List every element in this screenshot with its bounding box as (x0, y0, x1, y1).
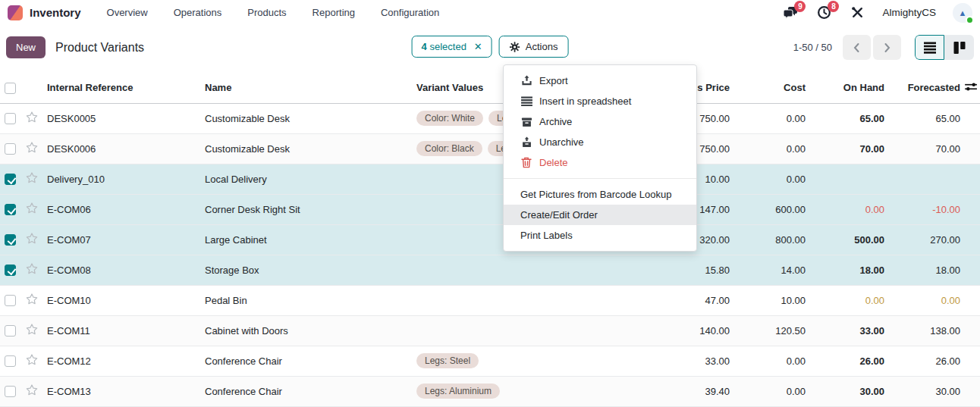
menu-configuration[interactable]: Configuration (381, 0, 439, 25)
row-forecasted[interactable]: 65.00 (935, 113, 960, 124)
row-on-hand[interactable]: 0.00 (865, 295, 884, 306)
row-checkbox[interactable] (5, 295, 16, 306)
row-on-hand[interactable]: 70.00 (859, 143, 884, 155)
list-view-button[interactable] (915, 35, 944, 60)
menu-products[interactable]: Products (247, 0, 286, 25)
row-forecasted[interactable]: 70.00 (935, 143, 960, 155)
view-switcher (915, 35, 974, 60)
menu-item-label: Get Pictures from Barcode Lookup (520, 189, 671, 200)
main-menu: Overview Operations Products Reporting C… (107, 0, 440, 25)
menu-item-export[interactable]: Export (504, 70, 696, 91)
row-checkbox[interactable] (5, 355, 16, 367)
avatar[interactable]: ▲ (953, 3, 972, 23)
row-forecasted[interactable]: 18.00 (935, 265, 960, 276)
favorite-star-icon[interactable] (26, 293, 38, 305)
column-header-forecasted[interactable]: Forecasted (889, 73, 965, 103)
control-panel: New Product Variants 4 selected ✕ (0, 25, 980, 64)
menu-overview[interactable]: Overview (107, 0, 148, 25)
row-checkbox[interactable] (5, 386, 16, 397)
table-row[interactable]: E-COM07 Large Cabinet 320.00 800.00 500.… (0, 224, 980, 255)
row-sales-price: 47.00 (705, 295, 730, 306)
menu-item-insert-in-spreadsheet[interactable]: Insert in spreadsheet (504, 91, 696, 111)
variant-tag: Legs: Steel (416, 353, 479, 368)
menu-item-unarchive[interactable]: Unarchive (504, 132, 696, 152)
row-on-hand[interactable]: 500.00 (854, 234, 884, 246)
menu-item-archive[interactable]: Archive (504, 111, 696, 132)
menu-item-create-edit-order[interactable]: Create/Edit Order (504, 205, 696, 225)
inventory-app-icon[interactable] (8, 5, 23, 20)
row-cost: 800.00 (775, 234, 806, 246)
pager-next-button[interactable] (873, 35, 901, 60)
kanban-view-button[interactable] (944, 35, 974, 60)
favorite-star-icon[interactable] (26, 324, 38, 336)
column-header-on-hand[interactable]: On Hand (810, 73, 889, 103)
menu-item-delete[interactable]: Delete (504, 152, 696, 173)
row-checkbox[interactable] (5, 174, 16, 185)
column-header-name[interactable]: Name (199, 73, 410, 103)
app-name[interactable]: Inventory (30, 6, 81, 19)
table-row[interactable]: E-COM10 Pedal Bin 47.00 10.00 0.00 0.00 (0, 285, 980, 315)
list-view-icon (924, 42, 936, 54)
trash-icon (520, 157, 532, 168)
table-row[interactable]: E-COM13 Conference Chair Legs: Aluminium… (0, 376, 980, 406)
row-on-hand[interactable]: 30.00 (859, 386, 884, 397)
row-cost: 10.00 (781, 295, 806, 306)
row-forecasted[interactable]: 138.00 (930, 325, 960, 337)
table-row[interactable]: Delivery_010 Local Delivery 10.00 0.00 (0, 164, 980, 194)
row-forecasted[interactable]: 26.00 (935, 355, 960, 367)
column-header-internal-reference[interactable]: Internal Reference (42, 73, 199, 103)
row-name: Storage Box (205, 265, 259, 276)
select-all-checkbox[interactable] (5, 83, 16, 94)
user-menu[interactable]: AlmightyCS (882, 7, 936, 18)
chevron-right-icon (884, 42, 890, 53)
favorite-star-icon[interactable] (26, 384, 38, 396)
row-checkbox[interactable] (5, 113, 16, 124)
table-row[interactable]: E-COM06 Corner Desk Right Sit 147.00 600… (0, 194, 980, 224)
clear-selection-icon[interactable]: ✕ (474, 41, 482, 52)
row-internal-reference: Delivery_010 (47, 174, 105, 185)
table-row[interactable]: E-COM11 Cabinet with Doors 140.00 120.50… (0, 315, 980, 346)
pager-previous-button[interactable] (843, 35, 871, 60)
table-row[interactable]: DESK0006 Customizable Desk Color: BlackL… (0, 133, 980, 164)
table-row[interactable]: E-COM08 Storage Box 15.80 14.00 18.00 18… (0, 255, 980, 285)
row-checkbox[interactable] (5, 204, 16, 215)
favorite-star-icon[interactable] (26, 263, 38, 275)
favorite-star-icon[interactable] (26, 233, 38, 245)
menu-reporting[interactable]: Reporting (313, 0, 355, 25)
row-forecasted[interactable]: 30.00 (935, 386, 960, 397)
row-checkbox[interactable] (5, 143, 16, 155)
row-internal-reference: E-COM12 (47, 355, 91, 367)
row-on-hand[interactable]: 26.00 (859, 355, 884, 367)
table-row[interactable]: DESK0005 Customizable Desk Color: WhiteL… (0, 103, 980, 133)
row-on-hand[interactable]: 33.00 (859, 325, 884, 337)
row-on-hand[interactable]: 0.00 (865, 204, 884, 215)
row-forecasted[interactable]: -10.00 (932, 204, 960, 215)
menu-operations[interactable]: Operations (174, 0, 222, 25)
new-button[interactable]: New (6, 36, 46, 58)
favorite-star-icon[interactable] (26, 111, 38, 124)
selection-counter[interactable]: 4 selected ✕ (412, 36, 492, 58)
favorite-star-icon[interactable] (26, 172, 38, 184)
column-header-cost[interactable]: Cost (734, 73, 810, 103)
row-forecasted[interactable]: 270.00 (930, 234, 960, 246)
messages-icon[interactable]: 9 (782, 5, 799, 21)
column-options-icon[interactable] (965, 83, 978, 94)
row-name: Local Delivery (205, 174, 267, 185)
menu-item-get-pictures-from-barcode-lookup[interactable]: Get Pictures from Barcode Lookup (504, 184, 696, 205)
row-sales-price: 320.00 (699, 234, 730, 246)
row-forecasted[interactable]: 0.00 (941, 295, 960, 306)
favorite-star-icon[interactable] (26, 142, 38, 154)
row-checkbox[interactable] (5, 234, 16, 246)
actions-button[interactable]: Actions (499, 36, 569, 58)
row-on-hand[interactable]: 18.00 (859, 265, 884, 276)
favorite-star-icon[interactable] (26, 202, 38, 214)
row-cost: 0.00 (787, 143, 806, 155)
menu-item-print-labels[interactable]: Print Labels (504, 225, 696, 246)
row-on-hand[interactable]: 65.00 (859, 113, 884, 124)
table-row[interactable]: E-COM12 Conference Chair Legs: Steel 33.… (0, 346, 980, 376)
debug-tools-icon[interactable] (849, 5, 865, 21)
activities-icon[interactable]: 8 (815, 5, 832, 21)
row-checkbox[interactable] (5, 265, 16, 276)
favorite-star-icon[interactable] (26, 354, 38, 366)
row-checkbox[interactable] (5, 325, 16, 337)
